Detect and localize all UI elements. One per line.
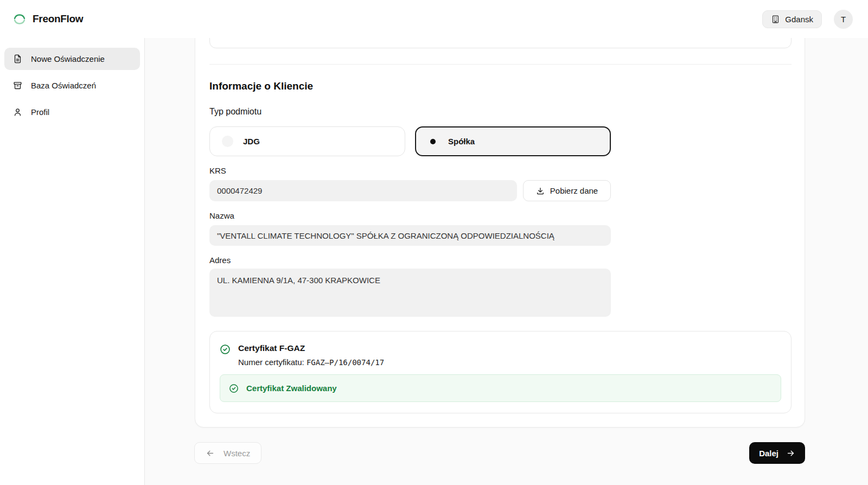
freonflow-logo-icon	[12, 11, 27, 27]
location-button[interactable]: Gdansk	[762, 10, 822, 28]
sidebar-item-baza-oswiadczen[interactable]: Baza Oświadczeń	[4, 74, 140, 97]
entity-type-options: JDG Spółka	[209, 126, 611, 156]
next-label: Dalej	[759, 449, 778, 458]
adres-label: Adres	[209, 255, 790, 265]
sidebar-item-nowe-oswiadczenie[interactable]: Nowe Oświadczenie	[4, 48, 140, 70]
fetch-data-label: Pobierz dane	[550, 186, 598, 195]
check-circle-icon	[220, 344, 231, 367]
previous-section-field[interactable]	[209, 38, 792, 48]
check-circle-icon	[229, 384, 239, 393]
certificate-card: Certyfikat F-GAZ Numer certyfikatu: FGAZ…	[209, 331, 792, 413]
krs-input[interactable]: 0000472429	[209, 180, 517, 201]
building-icon	[771, 15, 780, 24]
certificate-number-value: FGAZ–P/16/0074/17	[307, 358, 384, 367]
adres-textarea[interactable]: UL. KAMIENNA 9/1A, 47-300 KRAPKOWICE	[209, 269, 611, 317]
radio-label: JDG	[243, 137, 260, 146]
sidebar-item-profil[interactable]: Profil	[4, 101, 140, 123]
arrow-left-icon	[206, 449, 215, 458]
avatar-initial: T	[841, 15, 846, 24]
radio-label: Spółka	[448, 137, 475, 146]
user-icon	[13, 107, 22, 117]
brand-title: FreonFlow	[33, 13, 83, 25]
certificate-status-banner: Certyfikat Zwalidowany	[220, 374, 781, 402]
declaration-form-card: Informacje o Kliencie Typ podmiotu JDG S…	[195, 38, 805, 427]
app-header: FreonFlow Gdansk T	[0, 0, 868, 38]
radio-checked-icon	[430, 139, 436, 144]
next-button[interactable]: Dalej	[749, 442, 805, 464]
download-icon	[536, 187, 545, 195]
location-label: Gdansk	[785, 15, 813, 24]
fetch-data-button[interactable]: Pobierz dane	[523, 180, 611, 201]
certificate-title: Certyfikat F-GAZ	[238, 343, 384, 353]
nazwa-label: Nazwa	[209, 210, 790, 221]
section-divider	[209, 64, 792, 65]
main-content: Informacje o Kliencie Typ podmiotu JDG S…	[145, 38, 868, 485]
krs-label: KRS	[209, 165, 790, 176]
archive-icon	[13, 81, 22, 90]
entity-type-option-jdg[interactable]: JDG	[209, 126, 405, 156]
back-button[interactable]: Wstecz	[194, 442, 261, 464]
entity-type-option-spolka[interactable]: Spółka	[415, 126, 611, 156]
back-label: Wstecz	[224, 449, 250, 458]
certificate-status-label: Certyfikat Zwalidowany	[246, 384, 337, 393]
entity-type-label: Typ podmiotu	[209, 106, 790, 117]
nazwa-input[interactable]: "VENTALL CLIMATE TECHNOLOGY" SPÓŁKA Z OG…	[209, 225, 611, 246]
certificate-number-label: Numer certyfikatu:	[238, 358, 307, 367]
sidebar-item-label: Baza Oświadczeń	[31, 81, 96, 90]
sidebar-item-label: Profil	[31, 107, 49, 117]
sidebar: Nowe Oświadczenie Baza Oświadczeń Profil	[0, 38, 145, 485]
section-title: Informacje o Kliencie	[209, 80, 790, 92]
arrow-right-icon	[786, 449, 795, 458]
brand: FreonFlow	[12, 11, 83, 27]
certificate-number: Numer certyfikatu: FGAZ–P/16/0074/17	[238, 358, 384, 367]
avatar[interactable]: T	[834, 10, 853, 29]
radio-unchecked-icon	[222, 136, 233, 147]
sidebar-item-label: Nowe Oświadczenie	[31, 54, 105, 63]
document-icon	[13, 54, 22, 63]
